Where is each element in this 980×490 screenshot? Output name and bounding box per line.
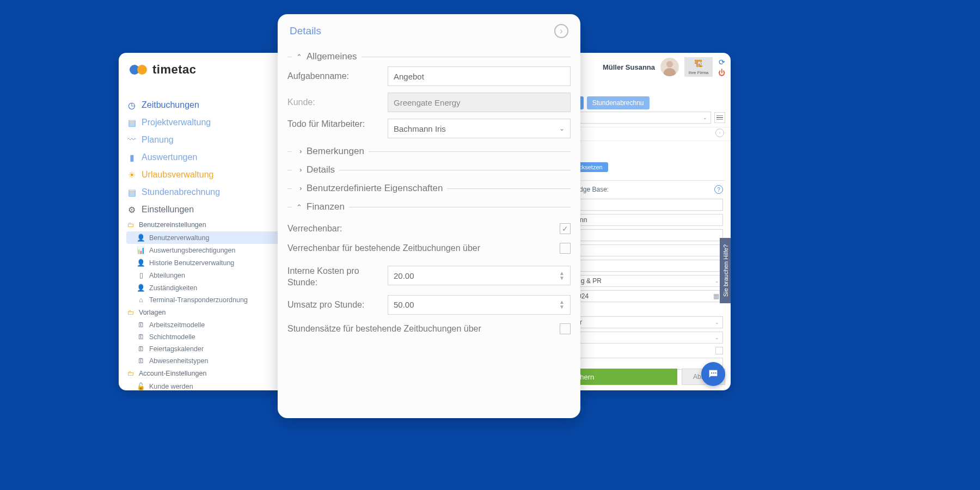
- aufgabenname-label: Aufgabenname:: [287, 71, 382, 81]
- refresh-icon[interactable]: ⟳: [719, 58, 725, 66]
- nav-icon: ▤: [127, 188, 136, 197]
- calendar-icon[interactable]: ▦: [713, 292, 719, 300]
- power-icon[interactable]: ⏻: [718, 69, 725, 77]
- umsatz-input[interactable]: 50.00 ▲▼: [388, 295, 571, 315]
- verrechenbar-checkbox[interactable]: ✓: [560, 223, 571, 234]
- chat-bubble-icon[interactable]: [701, 362, 725, 386]
- folder-icon: 🗀: [127, 221, 134, 229]
- tree-item-icon: 📊: [137, 246, 145, 254]
- tree-item-icon: 🗓: [137, 345, 145, 353]
- nav-item-label: Zeitbuchungen: [142, 100, 199, 110]
- chevron-down-icon: ⌄: [559, 125, 565, 132]
- chevron-down-icon: ⌄: [703, 115, 707, 120]
- tree-item-label: Terminal-Transponderzuordnung: [149, 296, 248, 304]
- folder-icon: 🗀: [127, 309, 134, 316]
- nav-icon: ☀: [127, 170, 136, 179]
- section-label: Finanzen: [307, 201, 345, 212]
- verrechenbar-label: Verrechenbar:: [287, 224, 342, 234]
- aufgabenname-input[interactable]: Angebot: [388, 66, 571, 86]
- stundensaetze-checkbox[interactable]: [560, 323, 571, 334]
- svg-point-2: [715, 372, 716, 373]
- umsatz-label: Umsatz pro Stunde:: [287, 300, 382, 310]
- nav-icon: 〰: [127, 136, 136, 144]
- company-logo: 🏗 Ihre Firma: [684, 57, 713, 77]
- section-bemerkungen[interactable]: ⌄ Bemerkungen: [287, 146, 571, 157]
- tree-item-icon: 🔓: [137, 382, 145, 390]
- verrechenbar-existing-label: Verrechenbar für bestehende Zeitbuchunge…: [287, 243, 480, 253]
- tree-item-icon: ▯: [137, 271, 145, 279]
- list-view-icon[interactable]: [714, 112, 725, 123]
- section-finanzen[interactable]: ⌃ Finanzen: [287, 201, 571, 212]
- modal-title: Details: [290, 25, 321, 37]
- nav-icon: ⚙: [127, 205, 136, 214]
- section-label: Bemerkungen: [307, 146, 364, 157]
- brand-logo: [130, 65, 147, 75]
- forward-icon[interactable]: ›: [715, 128, 724, 137]
- internekosten-input[interactable]: 20.00 ▲▼: [388, 266, 571, 285]
- details-modal: Details › ⌃ Allgemeines Aufgabenname: An…: [278, 14, 580, 418]
- tree-item-label: Kunde werden: [149, 383, 193, 390]
- stepper-icon[interactable]: ▲▼: [559, 300, 565, 309]
- nav-icon: ▤: [127, 118, 136, 127]
- section-details[interactable]: ⌄ Details: [287, 164, 571, 175]
- brand-name: timetac: [152, 63, 197, 77]
- chevron-down-icon: ⌄: [295, 149, 303, 155]
- nav-item-label: Stundenabrechnung: [142, 187, 220, 197]
- tree-item-label: Benutzerverwaltung: [149, 234, 209, 242]
- verrechenbar-existing-checkbox[interactable]: [560, 243, 571, 254]
- chevron-up-icon: ⌃: [296, 203, 302, 211]
- chevron-up-icon: ⌃: [296, 53, 302, 61]
- kunde-label: Kunde:: [287, 97, 382, 107]
- kunde-input: Greengate Energy: [388, 93, 571, 112]
- stundensaetze-label: Stundensätze für bestehende Zeitbuchunge…: [287, 324, 481, 334]
- tree-item-icon: 👤: [137, 284, 145, 292]
- tree-item-icon: 🗓: [137, 357, 145, 365]
- tree-item-label: Feiertagskalender: [149, 345, 204, 353]
- folder-icon: 🗀: [127, 370, 134, 377]
- chevron-down-icon: ⌄: [295, 167, 303, 173]
- chevron-down-icon: ⌄: [715, 335, 719, 340]
- tree-item-label: Zuständigkeiten: [149, 284, 197, 292]
- section-label: Allgemeines: [307, 51, 357, 62]
- chevron-down-icon: ⌄: [715, 320, 719, 325]
- section-label: Details: [307, 164, 335, 175]
- chevron-down-icon: ⌄: [715, 278, 719, 284]
- tree-item-icon: 👤: [137, 259, 145, 267]
- tree-item-label: Auswertungsberechtigungen: [149, 247, 235, 254]
- tree-item-label: Schichtmodelle: [149, 333, 195, 341]
- help-icon[interactable]: ?: [714, 185, 723, 194]
- internekosten-label: Interne Kosten pro Stunde:: [287, 266, 382, 289]
- section-allgemeines[interactable]: ⌃ Allgemeines: [287, 51, 571, 62]
- tree-item-icon: 🗓: [137, 321, 145, 329]
- svg-point-0: [711, 372, 712, 373]
- avatar-header[interactable]: [660, 58, 679, 76]
- tree-folder-label: Benutzereinstellungen: [139, 221, 206, 229]
- nav-item-label: Auswertungen: [142, 152, 197, 162]
- todo-label: Todo für Mitarbeiter:: [287, 119, 382, 130]
- section-label: Benutzerdefinierte Eigenschaften: [307, 183, 443, 194]
- stepper-icon[interactable]: ▲▼: [559, 271, 565, 280]
- nav-icon: ▮: [127, 153, 136, 162]
- header-user-name: Müller Susanna: [603, 63, 655, 71]
- tab-2[interactable]: Stundenabrechnu: [587, 96, 650, 109]
- internekosten-value: 20.00: [394, 271, 414, 280]
- tree-item-label: Abwesenheitstypen: [149, 357, 208, 365]
- nav-icon: ◷: [127, 101, 136, 109]
- nav-item-label: Planung: [142, 135, 174, 145]
- logo-dot-orange: [137, 65, 147, 75]
- logo-caption: Ihre Firma: [689, 70, 708, 75]
- tree-folder-label: Vorlagen: [139, 309, 166, 316]
- tree-item-label: Abteilungen: [149, 272, 185, 279]
- nav-item-label: Urlaubsverwaltung: [142, 170, 214, 180]
- help-side-tab[interactable]: Sie brauchen Hilfe?: [720, 238, 731, 303]
- section-benutzerdef[interactable]: ⌄ Benutzerdefinierte Eigenschaften: [287, 183, 571, 194]
- tree-item-icon: 👤: [137, 234, 145, 242]
- todo-select[interactable]: Bachmann Iris ⌄: [388, 119, 571, 138]
- vollzugriff-checkbox[interactable]: [715, 347, 723, 354]
- tree-item-label: Arbeitszeitmodelle: [149, 321, 205, 329]
- todo-select-value: Bachmann Iris: [394, 124, 446, 133]
- forward-icon[interactable]: ›: [554, 24, 568, 38]
- tree-item-icon: 🗓: [137, 333, 145, 341]
- modal-titlebar: Details ›: [287, 21, 571, 44]
- tree-folder-label: Account-Einstellungen: [139, 370, 206, 377]
